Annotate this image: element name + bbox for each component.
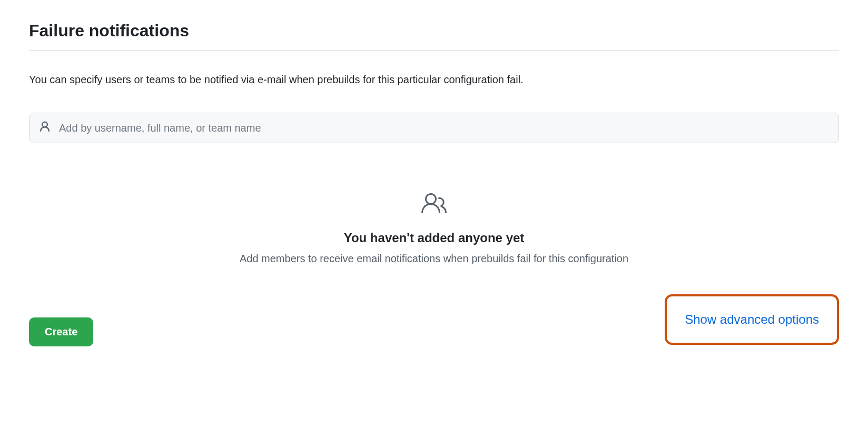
empty-state: You haven't added anyone yet Add members… [29, 191, 839, 265]
footer-row: Create Show advanced options [29, 317, 839, 346]
section-title: Failure notifications [29, 21, 839, 41]
description-text: You can specify users or teams to be not… [29, 72, 839, 87]
search-wrapper [29, 113, 839, 143]
add-user-input[interactable] [29, 113, 839, 143]
divider [29, 50, 839, 51]
people-icon [421, 191, 447, 218]
advanced-link-highlight: Show advanced options [665, 294, 839, 345]
create-button[interactable]: Create [29, 317, 93, 346]
show-advanced-options-link[interactable]: Show advanced options [685, 312, 819, 326]
empty-state-subtitle: Add members to receive email notificatio… [29, 253, 839, 265]
empty-state-title: You haven't added anyone yet [29, 231, 839, 245]
